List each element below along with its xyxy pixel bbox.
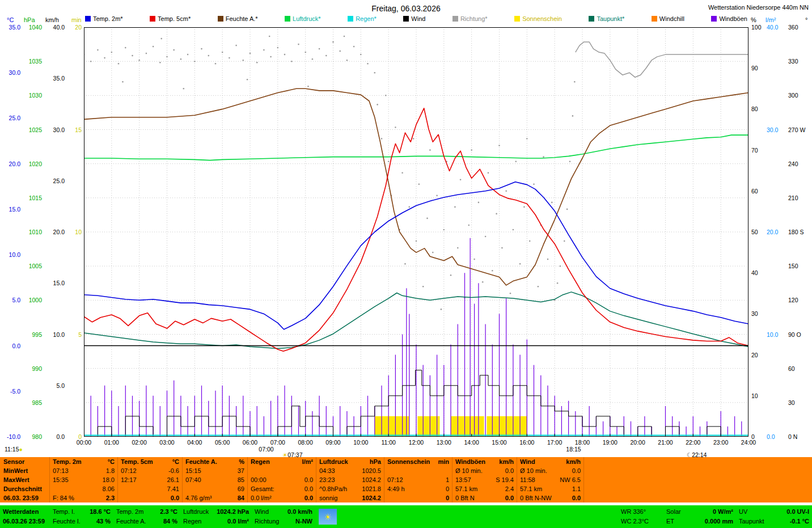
axis-tick-label: 10.0 [767, 332, 785, 338]
axis-tick-label: 10.0 [1, 252, 20, 258]
table-cell-head-temp-2m: Temp. 2m°C [50, 457, 118, 466]
footer-value: -0.1 °C [790, 517, 809, 526]
legend-item-regen-: Regen* [348, 15, 377, 22]
legend-item-feuchte-a-: Feuchte A.* [218, 15, 258, 22]
legend-swatch [514, 16, 520, 22]
table-cell-max-feuchte-a-: 07:4085 [183, 475, 248, 484]
table-row-label: Sensor [0, 457, 50, 466]
axis-tick-label: 995 [23, 332, 42, 338]
column-name: Feuchte A. [185, 458, 217, 465]
sunset-time: 18:15 [566, 446, 581, 453]
legend-swatch [85, 16, 91, 22]
x-tick-label: 21:00 [656, 439, 675, 446]
x-tick-label: 24:00 [739, 439, 758, 446]
axis-unit-hpa: hPa [24, 16, 35, 23]
axis-tick-label: 10 [751, 393, 765, 399]
cell-value: 85 [238, 476, 244, 483]
column-name: Temp. 2m [53, 458, 82, 465]
legend-label: Temp. 2m* [93, 15, 123, 22]
axis-tick-label: 70 [751, 147, 765, 154]
column-name: Wind [520, 458, 535, 465]
cell-value: 1021.8 [362, 485, 381, 492]
legend-label: Richtung* [460, 15, 488, 22]
column-unit: km/h [566, 458, 581, 465]
axis-tick-label: 985 [23, 400, 42, 406]
axis-tick-label: 0 N [788, 434, 812, 440]
cell-value: 1.1 [572, 485, 581, 492]
table-cell-max-windb-en: 13:57S 19.4 [452, 475, 517, 484]
cell-value: 0.0 [304, 485, 313, 492]
table-cell-min-wind: Ø 10 min.0.0 [517, 466, 584, 475]
axis-tick-label: 0.0 [45, 434, 65, 440]
legend-item-taupunkt-: Taupunkt* [589, 15, 624, 22]
column-name: Regen [251, 458, 270, 465]
legend-swatch [150, 16, 155, 22]
weather-icon-cell: ☀ [315, 505, 340, 528]
cell-value: 84 [238, 495, 244, 501]
legend-label: Windböen [719, 15, 747, 22]
axis-tick-label: 40.0 [767, 24, 785, 31]
table-cell-min-luftdruck: 04:331020.5 [316, 466, 384, 475]
legend-item-windchill: Windchill [652, 15, 684, 22]
axis-tick-label: 30 [788, 400, 812, 406]
legend-label: Luftdruck* [293, 15, 321, 22]
footer-right-group-1: Solar0 W/m²ET0.000 mm [663, 505, 736, 528]
daily-stats-table: SensorTemp. 2m°CTemp. 5cm°CFeuchte A.%Re… [0, 457, 812, 502]
legend-label: Windchill [659, 15, 684, 22]
x-tick-label: 11:00 [379, 439, 398, 446]
table-filler [584, 466, 812, 475]
axis-tick-label: 30 [751, 311, 765, 317]
cell-label: 57.1 km [520, 485, 542, 492]
cell-value: 0 [446, 495, 449, 501]
axis-tick-label: 240 [788, 161, 812, 167]
axis-tick-label: 90 O [788, 332, 812, 338]
x-tick-label: 06:00 [240, 439, 260, 446]
cell-label: Gesamt: [251, 485, 274, 492]
cell-value: 18.0 [103, 476, 115, 483]
axis-rain: 40.030.020.010.00.0 [767, 27, 785, 437]
legend-item-luftdruck-: Luftdruck* [285, 15, 321, 22]
cell-label: 04:33 [319, 467, 335, 474]
axis-tick-label: 5.0 [45, 383, 65, 389]
table-cell-avg-sonnenschein: 4:49 h0 [384, 484, 452, 493]
footer-value: 0.0 UV-I [786, 508, 809, 516]
x-tick-label: 15:00 [490, 439, 509, 446]
sun-weather-icon: ☀ [319, 509, 337, 525]
cell-label: 11:58 [520, 476, 535, 483]
x-tick-label: 18:00 [573, 439, 592, 446]
legend-item-sonnenschein: Sonnenschein [514, 15, 562, 22]
axis-tick-label: 330 [788, 58, 812, 65]
cell-value: 0.0 [304, 495, 313, 501]
chart-legend: Temp. 2m*Temp. 5cm*Feuchte A.*Luftdruck*… [85, 15, 747, 22]
axis-tick-label: 1000 [23, 297, 42, 303]
legend-label: Feuchte A.* [226, 15, 258, 22]
cell-value: 2.3 [106, 495, 115, 501]
footer-value: 1024.2 hPa [217, 508, 249, 516]
legend-label: Temp. 5cm* [158, 15, 191, 22]
x-tick-label: 20:00 [628, 439, 648, 446]
footer-label: Temp. 2m [116, 508, 143, 516]
footer-value: 84 % [163, 517, 177, 526]
table-cell-head-luftdruck: LuftdruckhPa [316, 457, 384, 466]
legend-item-wind: Wind [403, 15, 425, 22]
footer-right-group-0: WR 336°WC 2.3°C [618, 505, 663, 528]
table-cell-max-temp-2m: 15:3518.0 [50, 475, 118, 484]
x-tick-label: 19:00 [600, 439, 620, 446]
axis-tick-label: 300 [788, 92, 812, 99]
table-cell-cur-luftdruck: sonnig1024.2 [316, 493, 384, 502]
x-tick-label: 17:00 [545, 439, 564, 446]
axis-celsius: 35.030.025.020.015.010.05.00.0-5.0-10.0 [1, 27, 20, 437]
cell-value: 0.0 [572, 467, 581, 474]
x-tick-label: 09:00 [324, 439, 343, 446]
axis-pressure: 1040103510301025102010151010100510009959… [23, 27, 42, 437]
x-axis-labels: 00:0001:0002:0003:0004:0005:0006:0007:00… [84, 439, 748, 446]
footer-label: Temp. I. [53, 508, 75, 516]
cell-value: 0.0 [572, 495, 581, 501]
x-tick-label: 07:00 [268, 439, 287, 446]
axis-tick-label: 990 [23, 366, 42, 372]
axis-tick-label: 150 [788, 263, 812, 269]
axis-tick-label: 15.0 [1, 206, 20, 213]
axis-tick-label: 1010 [23, 229, 42, 235]
cell-label: 07:13 [53, 467, 69, 474]
table-cell-cur-temp-2m: F: 84 %2.3 [50, 493, 118, 502]
